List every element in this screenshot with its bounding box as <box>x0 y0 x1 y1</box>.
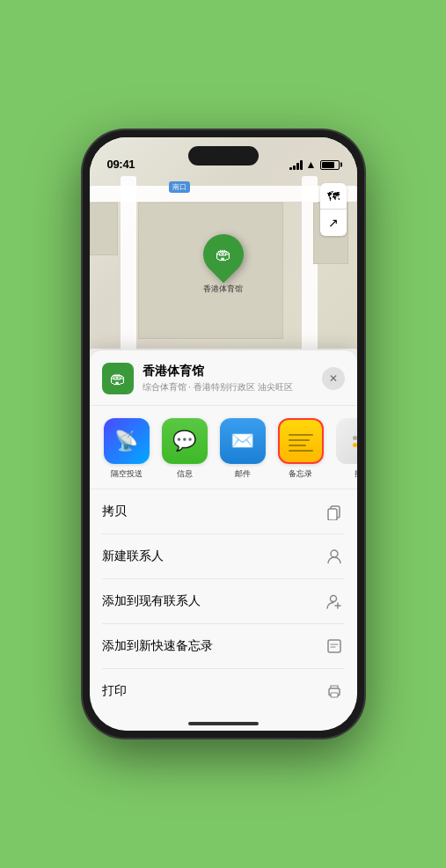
phone-frame: 09:41 ▲ <box>83 130 364 738</box>
stadium-icon: 🏟 <box>216 246 231 264</box>
share-row: 📡 隔空投送 💬 信息 ✉️ 邮件 <box>90 406 357 489</box>
svg-rect-10 <box>331 693 338 697</box>
person-add-icon <box>324 591 345 612</box>
mail-icon: ✉️ <box>220 418 266 464</box>
print-label: 打印 <box>102 683 127 699</box>
add-notes-label: 添加到新快速备忘录 <box>102 638 213 654</box>
location-pin: 🏟 香港体育馆 <box>203 234 244 295</box>
svg-rect-6 <box>328 640 340 652</box>
notes-label: 备忘录 <box>289 468 312 480</box>
action-add-notes[interactable]: 添加到新快速备忘录 <box>102 624 345 669</box>
copy-icon <box>324 501 345 522</box>
more-label: 推 <box>355 468 357 480</box>
map-entrance-label: 南口 <box>169 181 190 193</box>
map-type-button[interactable]: 🗺 <box>320 183 347 210</box>
messages-icon: 💬 <box>162 418 208 464</box>
more-icon <box>336 418 357 464</box>
home-indicator <box>188 722 259 725</box>
svg-point-3 <box>330 596 336 602</box>
status-icons: ▲ <box>289 158 340 171</box>
map-controls: 🗺 ↗ <box>320 183 347 236</box>
battery-icon <box>320 160 340 170</box>
person-icon <box>324 546 345 567</box>
airdrop-label: 隔空投送 <box>111 468 143 480</box>
pin-marker: 🏟 <box>194 225 252 283</box>
messages-label: 信息 <box>177 468 193 480</box>
sheet-header: 🏟 香港体育馆 综合体育馆 · 香港特别行政区 油尖旺区 ✕ <box>90 350 357 406</box>
new-contact-label: 新建联系人 <box>102 548 164 564</box>
share-notes[interactable]: 备忘录 <box>276 418 325 480</box>
action-print[interactable]: 打印 <box>102 669 345 713</box>
note-icon <box>324 636 345 657</box>
action-copy[interactable]: 拷贝 <box>102 489 345 534</box>
pin-label: 香港体育馆 <box>203 283 243 295</box>
venue-info: 香港体育馆 综合体育馆 · 香港特别行政区 油尖旺区 <box>143 364 313 394</box>
signal-icon <box>289 160 303 170</box>
venue-icon: 🏟 <box>102 363 134 394</box>
airdrop-icon: 📡 <box>104 418 150 464</box>
bottom-sheet: 🏟 香港体育馆 综合体育馆 · 香港特别行政区 油尖旺区 ✕ 📡 隔空投送 <box>90 350 357 731</box>
add-existing-label: 添加到现有联系人 <box>102 593 201 609</box>
svg-rect-1 <box>328 509 337 520</box>
status-time: 09:41 <box>107 158 135 171</box>
share-more[interactable]: 推 <box>334 418 357 480</box>
mail-label: 邮件 <box>235 468 251 480</box>
phone-screen: 09:41 ▲ <box>90 137 357 731</box>
close-button[interactable]: ✕ <box>322 367 345 390</box>
printer-icon <box>324 680 345 702</box>
wifi-icon: ▲ <box>306 158 317 171</box>
share-mail[interactable]: ✉️ 邮件 <box>218 418 267 480</box>
svg-point-2 <box>331 550 338 557</box>
copy-label: 拷贝 <box>102 504 127 519</box>
venue-subtitle: 综合体育馆 · 香港特别行政区 油尖旺区 <box>143 381 313 394</box>
action-new-contact[interactable]: 新建联系人 <box>102 534 345 579</box>
venue-name: 香港体育馆 <box>143 364 313 379</box>
dynamic-island <box>188 146 259 166</box>
share-airdrop[interactable]: 📡 隔空投送 <box>102 418 151 480</box>
action-list: 拷贝 新建联系人 <box>90 489 357 713</box>
notes-icon <box>278 418 324 464</box>
share-messages[interactable]: 💬 信息 <box>160 418 209 480</box>
location-button[interactable]: ↗ <box>320 210 347 236</box>
action-add-existing[interactable]: 添加到现有联系人 <box>102 579 345 624</box>
